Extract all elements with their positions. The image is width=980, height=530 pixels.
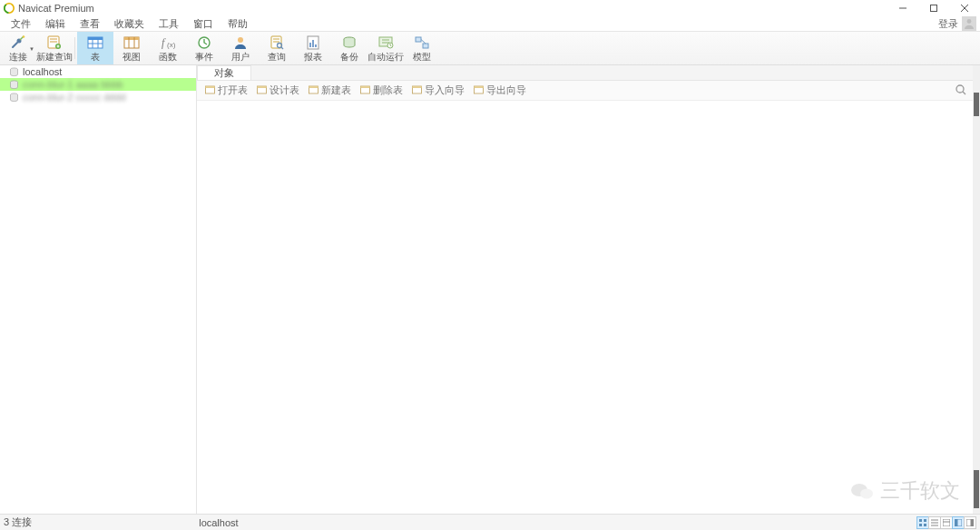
tool-label: 表 <box>91 53 100 62</box>
connection-item[interactable]: conn-blur-2 ccccc dddd <box>0 91 196 103</box>
table-small-icon <box>257 85 267 95</box>
tool-backup[interactable]: 备份 <box>331 32 368 64</box>
svg-text:(x): (x) <box>167 41 176 49</box>
svg-rect-66 <box>924 524 926 526</box>
tool-label: 自动运行 <box>368 53 404 62</box>
table-small-icon <box>474 85 484 95</box>
content-pane: 对象 打开表设计表新建表删除表导入向导导出向导 三千软文 <box>197 65 973 514</box>
menu-4[interactable]: 工具 <box>152 16 186 31</box>
menu-2[interactable]: 查看 <box>73 16 107 31</box>
tool-report[interactable]: 报表 <box>295 32 331 64</box>
menubar: 文件编辑查看收藏夹工具窗口帮助 登录 <box>0 16 980 31</box>
tool-newquery[interactable]: 新建查询 <box>36 32 73 64</box>
event-icon <box>196 34 212 51</box>
view-mode-list[interactable] <box>928 516 941 529</box>
view-icon <box>123 34 140 51</box>
tool-automation[interactable]: 自动运行 <box>368 32 404 64</box>
query-icon <box>269 34 285 51</box>
svg-rect-64 <box>924 519 926 522</box>
content-tabbar: 对象 <box>197 65 973 81</box>
view-mode-panel-1[interactable] <box>952 516 965 529</box>
obj-action-3[interactable]: 删除表 <box>358 83 406 97</box>
window-controls <box>887 0 980 16</box>
svg-line-30 <box>281 47 283 49</box>
minimize-button[interactable] <box>887 0 918 16</box>
svg-point-6 <box>967 19 972 24</box>
svg-rect-14 <box>88 37 103 40</box>
svg-line-59 <box>963 92 965 94</box>
close-button[interactable] <box>949 0 980 16</box>
main-area: localhostconn-blur-1 aaaa bbbbconn-blur-… <box>0 65 980 514</box>
tool-label: 备份 <box>340 53 358 62</box>
maximize-button[interactable] <box>918 0 949 16</box>
table-small-icon <box>205 85 215 95</box>
svg-point-58 <box>956 85 964 93</box>
search-icon[interactable] <box>955 83 967 98</box>
tool-label: 连接 <box>9 53 27 62</box>
menu-1[interactable]: 编辑 <box>38 16 73 31</box>
view-mode-switcher <box>917 516 976 529</box>
object-toolbar: 打开表设计表新建表删除表导入向导导出向导 <box>197 81 973 101</box>
svg-rect-34 <box>315 44 317 47</box>
view-mode-grid[interactable] <box>916 516 929 529</box>
database-icon <box>9 67 19 77</box>
chevron-down-icon: ▼ <box>29 46 34 52</box>
tool-table[interactable]: 表 <box>77 32 113 64</box>
database-icon <box>9 80 19 90</box>
obj-action-label: 新建表 <box>321 83 351 97</box>
right-scroll-gutter[interactable] <box>973 65 980 514</box>
menu-0[interactable]: 文件 <box>4 16 38 31</box>
svg-rect-55 <box>413 86 422 88</box>
svg-text:f: f <box>162 36 166 49</box>
backup-icon <box>341 34 358 51</box>
obj-action-1[interactable]: 设计表 <box>254 83 302 97</box>
tool-view[interactable]: 视图 <box>113 32 150 64</box>
tool-user[interactable]: 用户 <box>222 32 259 64</box>
svg-rect-53 <box>361 86 370 88</box>
obj-action-0[interactable]: 打开表 <box>202 83 250 97</box>
svg-rect-57 <box>475 86 484 88</box>
view-mode-detail[interactable] <box>940 516 953 529</box>
watermark-text: 三千软文 <box>880 477 960 505</box>
svg-rect-73 <box>957 519 962 526</box>
obj-action-5[interactable]: 导出向导 <box>471 83 529 97</box>
login-link[interactable]: 登录 <box>938 17 958 31</box>
tool-connect[interactable]: 连接▼ <box>0 32 36 64</box>
svg-line-42 <box>421 40 426 44</box>
svg-rect-70 <box>943 519 950 526</box>
menu-5[interactable]: 窗口 <box>186 16 220 31</box>
obj-action-4[interactable]: 导入向导 <box>409 83 467 97</box>
connection-tree: localhostconn-blur-1 aaaa bbbbconn-blur-… <box>0 65 197 514</box>
tool-function[interactable]: f(x)函数 <box>150 32 186 64</box>
connection-name: conn-blur-1 aaaa bbbb <box>23 79 123 90</box>
menu-3[interactable]: 收藏夹 <box>107 16 152 31</box>
status-conn-name: localhost <box>199 517 238 528</box>
obj-action-label: 导入向导 <box>425 83 465 97</box>
svg-rect-41 <box>423 44 428 48</box>
view-mode-panel-2[interactable] <box>964 516 976 529</box>
svg-rect-47 <box>206 86 215 88</box>
avatar-icon[interactable] <box>962 16 976 31</box>
tool-model[interactable]: 模型 <box>404 32 440 64</box>
tool-query[interactable]: 查询 <box>259 32 295 64</box>
svg-rect-51 <box>309 86 318 88</box>
table-icon <box>87 34 103 51</box>
connection-item[interactable]: conn-blur-1 aaaa bbbb <box>0 78 196 91</box>
newquery-icon <box>46 34 63 51</box>
obj-action-2[interactable]: 新建表 <box>306 83 354 97</box>
automation-icon <box>377 34 394 51</box>
tool-event[interactable]: 事件 <box>186 32 222 64</box>
menu-6[interactable]: 帮助 <box>220 16 255 31</box>
connection-item[interactable]: localhost <box>0 65 196 78</box>
content-tab[interactable]: 对象 <box>197 65 251 80</box>
obj-action-label: 导出向导 <box>486 83 526 97</box>
window-title: Navicat Premium <box>18 3 94 14</box>
titlebar: Navicat Premium <box>0 0 980 16</box>
wechat-icon <box>849 478 875 504</box>
svg-rect-19 <box>124 37 139 40</box>
svg-point-61 <box>860 489 873 499</box>
database-icon <box>9 93 19 103</box>
app-logo-icon <box>4 3 15 14</box>
svg-rect-3 <box>931 5 937 12</box>
svg-rect-32 <box>309 43 311 47</box>
